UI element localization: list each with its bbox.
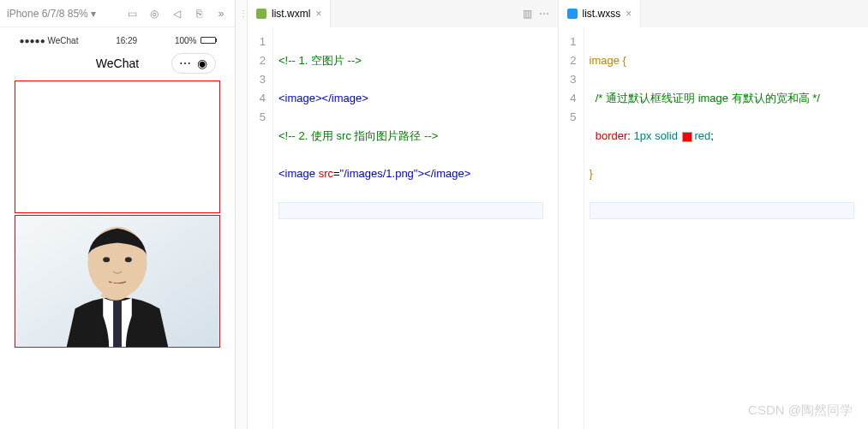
- mute-icon[interactable]: ◁: [170, 7, 183, 21]
- more-icon[interactable]: ⋯: [539, 8, 549, 20]
- line-no: 3: [248, 70, 266, 89]
- tab-label: list.wxss: [583, 8, 621, 20]
- tab-label: list.wxml: [272, 8, 310, 20]
- code-line: <image src="/images/1.png"></image>: [278, 164, 558, 183]
- tab-wxss[interactable]: list.wxss ×: [559, 0, 642, 27]
- panel-divider[interactable]: ⋮: [236, 0, 248, 429]
- code-line: <!-- 2. 使用 src 指向图片路径 -->: [278, 127, 558, 146]
- status-carrier: ●●●●● WeChat: [20, 36, 79, 45]
- status-right: 100%: [175, 36, 216, 45]
- toolbar-icons: ▭ ◎ ◁ ⎘ »: [125, 7, 228, 21]
- code-line: }: [590, 164, 869, 183]
- expand-icon[interactable]: »: [214, 7, 228, 21]
- close-icon[interactable]: ×: [315, 8, 321, 20]
- tab-bar-wxml: list.wxml × ▥ ⋯: [248, 0, 558, 27]
- nav-title: WeChat: [96, 57, 139, 70]
- status-time: 16:29: [116, 36, 137, 45]
- target-icon[interactable]: ◉: [195, 56, 210, 71]
- code-line: <!-- 1. 空图片 -->: [278, 51, 558, 70]
- code-line: <image></image>: [278, 89, 558, 108]
- code-area-wxss[interactable]: 1 2 3 4 5 image { /* 通过默认框线证明 image 有默认的…: [559, 27, 869, 429]
- line-no: 4: [559, 89, 577, 108]
- watermark: CSDN @陶然同学: [748, 402, 853, 419]
- tab-wxml[interactable]: list.wxml ×: [248, 0, 331, 27]
- tab-bar-wxss: list.wxss ×: [559, 0, 869, 27]
- status-bar: ●●●●● WeChat 16:29 100%: [13, 33, 223, 48]
- svg-point-3: [103, 257, 110, 262]
- gutter: 1 2 3 4 5: [248, 27, 273, 429]
- wxml-file-icon: [256, 9, 266, 19]
- nav-bar: WeChat ⋯ ◉: [13, 48, 223, 79]
- gutter: 1 2 3 4 5: [559, 27, 584, 429]
- code-line: [590, 202, 869, 225]
- code-body[interactable]: <!-- 1. 空图片 --> <image></image> <!-- 2. …: [273, 27, 558, 429]
- phone-frame: ●●●●● WeChat 16:29 100% WeChat ⋯ ◉: [13, 33, 223, 349]
- code-line: /* 通过默认框线证明 image 有默认的宽和高 */: [590, 89, 869, 108]
- line-no: 5: [559, 108, 577, 127]
- line-no: 4: [248, 89, 266, 108]
- wxss-file-icon: [567, 9, 578, 19]
- simulator-panel: iPhone 6/7/8 85% ▾ ▭ ◎ ◁ ⎘ » ●●●●● WeCha…: [0, 0, 236, 429]
- mobile-icon[interactable]: ▭: [125, 7, 139, 21]
- editor-panel-wxss: list.wxss × 1 2 3 4 5 image { /* 通过默认框线证…: [559, 0, 869, 429]
- close-icon[interactable]: ×: [626, 8, 632, 20]
- simulator-screen: ●●●●● WeChat 16:29 100% WeChat ⋯ ◉: [0, 27, 235, 429]
- drag-dots-icon: ⋮: [239, 9, 248, 18]
- editor-group: list.wxml × ▥ ⋯ 1 2 3 4 5 <!-- 1. 空图片 --…: [248, 0, 868, 429]
- split-icon[interactable]: ▥: [523, 8, 532, 20]
- empty-image: [15, 80, 220, 213]
- svg-point-4: [124, 257, 131, 262]
- editor-panel-wxml: list.wxml × ▥ ⋯ 1 2 3 4 5 <!-- 1. 空图片 --…: [248, 0, 559, 429]
- battery-pct: 100%: [175, 36, 197, 45]
- color-swatch-icon[interactable]: [682, 132, 692, 142]
- code-line: border: 1px solid red;: [590, 127, 869, 146]
- image-with-src: [15, 215, 220, 348]
- line-no: 1: [248, 33, 266, 51]
- capsule-buttons[interactable]: ⋯ ◉: [171, 53, 216, 74]
- code-line: [278, 202, 558, 225]
- code-area-wxml[interactable]: 1 2 3 4 5 <!-- 1. 空图片 --> <image></image…: [248, 27, 558, 429]
- line-no: 2: [559, 51, 577, 70]
- rotate-icon[interactable]: ◎: [147, 7, 161, 21]
- line-no: 1: [559, 33, 577, 51]
- line-no: 3: [559, 70, 577, 89]
- line-no: 2: [248, 51, 266, 70]
- tab-actions: ▥ ⋯: [523, 8, 558, 20]
- battery-icon: [201, 37, 216, 44]
- person-photo: [15, 216, 219, 347]
- menu-icon[interactable]: ⋯: [177, 56, 193, 71]
- simulator-toolbar: iPhone 6/7/8 85% ▾ ▭ ◎ ◁ ⎘ »: [0, 0, 235, 27]
- cut-icon[interactable]: ⎘: [192, 7, 206, 21]
- line-no: 5: [248, 108, 266, 127]
- code-body[interactable]: image { /* 通过默认框线证明 image 有默认的宽和高 */ bor…: [584, 27, 869, 429]
- code-line: image {: [590, 51, 869, 70]
- device-selector[interactable]: iPhone 6/7/8 85% ▾: [7, 8, 122, 20]
